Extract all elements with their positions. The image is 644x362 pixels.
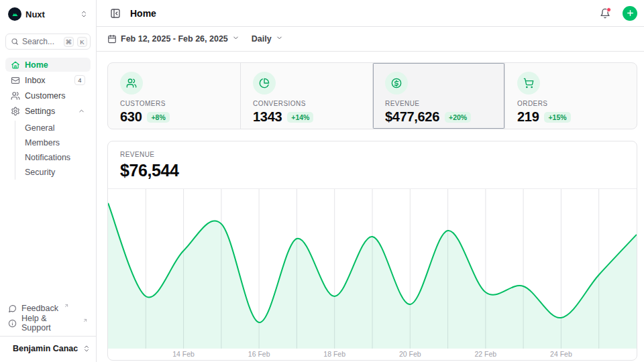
- stat-card-revenue[interactable]: REVENUE $477,626 +20%: [372, 63, 504, 129]
- page-title: Home: [130, 8, 590, 19]
- x-axis-tick: 18 Feb: [323, 350, 345, 358]
- help-support-label: Help & Support: [21, 314, 77, 333]
- gear-icon: [11, 107, 20, 116]
- sidebar-item-label: Customers: [25, 91, 85, 101]
- sidebar-item-label: Inbox: [25, 76, 70, 85]
- sidebar-spacer: [5, 180, 91, 301]
- granularity-label: Daily: [252, 34, 272, 44]
- stat-label: REVENUE: [385, 100, 492, 107]
- user-menu[interactable]: Benjamin Canac: [5, 337, 91, 357]
- stat-label: ORDERS: [517, 100, 625, 107]
- submenu-item-general[interactable]: General: [22, 121, 91, 135]
- date-range-label: Feb 12, 2025 - Feb 26, 2025: [121, 34, 228, 44]
- inbox-count-badge: 4: [74, 75, 85, 85]
- help-support-link[interactable]: Help & Support: [5, 316, 91, 330]
- stat-label: CUSTOMERS: [120, 100, 228, 107]
- stat-label: CONVERSIONS: [253, 100, 360, 107]
- sidebar-item-customers[interactable]: Customers: [5, 88, 91, 103]
- message-bubble-icon: [8, 304, 17, 313]
- stat-delta-badge: +20%: [445, 112, 471, 123]
- stat-card-orders[interactable]: ORDERS 219 +15%: [504, 63, 637, 129]
- dashboard-window: Nuxt Search... ⌘ K Home: [0, 0, 644, 362]
- stat-value: $477,626: [385, 109, 439, 125]
- chevrons-up-down-icon: [80, 10, 88, 18]
- sidebar-item-label: Home: [25, 60, 85, 70]
- add-button[interactable]: [623, 6, 637, 21]
- revenue-chart-card: REVENUE $76,544 14 Feb16 Feb18 Feb20 Feb…: [107, 141, 637, 361]
- chart-plot-area[interactable]: 14 Feb16 Feb18 Feb20 Feb22 Feb24 Feb: [108, 188, 637, 349]
- stat-card-conversions[interactable]: CONVERSIONS 1343 +14%: [240, 63, 372, 129]
- chevron-down-icon: [276, 34, 283, 44]
- stat-value: 630: [120, 109, 142, 125]
- x-axis-tick: 24 Feb: [550, 350, 572, 358]
- submenu-item-security[interactable]: Security: [22, 165, 91, 180]
- stat-delta-badge: +14%: [287, 112, 313, 123]
- shopping-cart-icon: [517, 72, 540, 95]
- sidebar-item-label: Settings: [25, 107, 73, 116]
- sidebar-item-inbox[interactable]: Inbox 4: [5, 73, 91, 87]
- external-link-icon: [64, 301, 69, 310]
- x-axis-tick: 20 Feb: [399, 350, 421, 358]
- feedback-label: Feedback: [21, 304, 58, 313]
- page-header: Home: [97, 0, 644, 27]
- chevrons-up-down-icon: [83, 345, 91, 353]
- chart-title: REVENUE: [120, 151, 625, 158]
- org-name: Nuxt: [25, 9, 76, 19]
- sidebar: Nuxt Search... ⌘ K Home: [0, 0, 97, 362]
- revenue-area-chart: [108, 189, 637, 349]
- users-icon: [120, 72, 143, 95]
- stat-delta-badge: +15%: [544, 112, 570, 123]
- info-circle-icon: [8, 319, 17, 328]
- dollar-circle-icon: [385, 72, 408, 95]
- kbd-k: K: [77, 37, 87, 47]
- submenu-item-notifications[interactable]: Notifications: [22, 150, 91, 165]
- chevron-down-icon: [232, 34, 239, 44]
- plus-icon: [626, 9, 635, 17]
- stat-value: 1343: [253, 109, 282, 125]
- x-axis-tick: 14 Feb: [172, 350, 195, 358]
- external-link-icon: [83, 316, 88, 325]
- settings-submenu: General Members Notifications Security: [15, 121, 91, 180]
- nuxt-logo-icon: [8, 7, 21, 21]
- kbd-cmd: ⌘: [64, 37, 74, 47]
- date-range-picker[interactable]: Feb 12, 2025 - Feb 26, 2025: [107, 34, 239, 44]
- x-axis-tick: 22 Feb: [474, 350, 496, 358]
- sidebar-item-home[interactable]: Home: [5, 58, 91, 72]
- stat-delta-badge: +8%: [147, 112, 169, 123]
- sidebar-collapse-button[interactable]: [107, 5, 123, 21]
- stat-value: 219: [517, 109, 539, 125]
- org-switcher[interactable]: Nuxt: [5, 5, 91, 23]
- stats-group: CUSTOMERS 630 +8% CONVERSIONS 1343 +14%: [107, 62, 637, 129]
- search-input[interactable]: Search... ⌘ K: [5, 34, 91, 50]
- notification-dot: [606, 7, 611, 12]
- search-placeholder: Search...: [22, 37, 60, 46]
- notifications-button[interactable]: [597, 5, 613, 21]
- sidebar-nav: Home Inbox 4 Customers Settings: [5, 58, 91, 180]
- stat-card-customers[interactable]: CUSTOMERS 630 +8%: [108, 63, 240, 129]
- page-content: CUSTOMERS 630 +8% CONVERSIONS 1343 +14%: [97, 52, 644, 361]
- sidebar-item-settings[interactable]: Settings: [5, 104, 91, 118]
- inbox-icon: [11, 76, 20, 85]
- users-icon: [11, 91, 20, 101]
- main-panel: Home Feb 12, 2025 - Feb 26, 2025 Daily: [97, 0, 644, 362]
- x-axis: 14 Feb16 Feb18 Feb20 Feb22 Feb24 Feb: [108, 349, 637, 360]
- submenu-item-members[interactable]: Members: [22, 135, 91, 150]
- calendar-icon: [107, 34, 117, 44]
- chart-header: REVENUE $76,544: [108, 141, 637, 188]
- search-icon: [11, 38, 19, 46]
- user-name: Benjamin Canac: [13, 344, 78, 353]
- filters-toolbar: Feb 12, 2025 - Feb 26, 2025 Daily: [97, 27, 644, 52]
- chart-current-value: $76,544: [120, 161, 625, 180]
- granularity-select[interactable]: Daily: [252, 34, 283, 44]
- home-icon: [11, 60, 20, 70]
- pie-chart-icon: [253, 72, 276, 95]
- x-axis-tick: 16 Feb: [248, 350, 270, 358]
- chevron-up-icon: [78, 107, 85, 115]
